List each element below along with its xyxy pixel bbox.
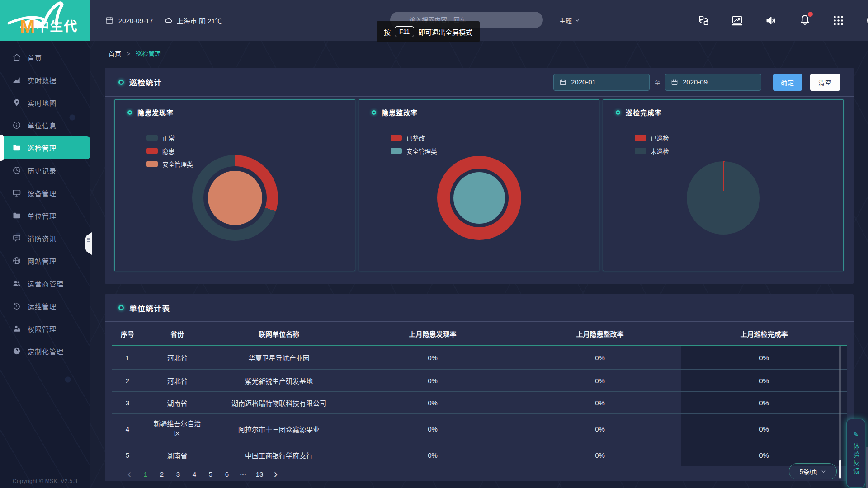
pagination-next[interactable]: › <box>269 468 282 480</box>
donut-chart <box>437 156 521 240</box>
apps-menu-button[interactable] <box>832 0 844 41</box>
unit-name-cell[interactable]: 中国工商银行学府支行 <box>211 450 347 460</box>
logo-letter: M <box>20 17 35 37</box>
column-header: 省份 <box>143 329 211 338</box>
sidebar-item-ops-mgmt[interactable]: 运维管理 <box>0 295 90 317</box>
sidebar-item-label: 运维管理 <box>28 301 57 311</box>
chart-marker <box>372 110 376 115</box>
table-row: 3湖南省湖南迈格瑞特物联科技有限公司0%0%0% <box>112 392 847 414</box>
date-to-input[interactable]: 2020-09 <box>665 74 761 91</box>
switch-screen-button[interactable] <box>698 0 710 41</box>
legend-item[interactable]: 已巡检 <box>635 133 669 142</box>
sidebar-item-label: 运营商管理 <box>28 279 64 288</box>
discovery-rate-cell: 0% <box>347 451 519 459</box>
pagination-ellipsis[interactable]: ••• <box>237 468 250 480</box>
rectify-rate-cell: 0% <box>519 354 681 361</box>
chart-marker <box>127 110 132 115</box>
calendar-icon <box>559 79 566 86</box>
pagination-page[interactable]: 2 <box>156 468 168 480</box>
chart-card-1: 隐患发现率正常隐患安全管理类 <box>114 99 355 271</box>
donut-chart <box>192 155 278 241</box>
tooltip-text: 按 <box>384 27 391 37</box>
sidebar-item-permission-mgmt[interactable]: 权限管理 <box>0 317 90 340</box>
legend-item[interactable]: 正常 <box>146 133 193 142</box>
sidebar-item-unit-info[interactable]: 单位信息 <box>0 114 90 136</box>
date-from-value: 2020-01 <box>571 78 596 86</box>
chart-legend: 已巡检未巡检 <box>635 133 669 155</box>
legend-swatch <box>146 135 158 141</box>
legend-item[interactable]: 安全管理类 <box>146 160 193 169</box>
legend-label: 已整改 <box>406 133 425 142</box>
theme-selector[interactable]: 主题 <box>559 0 580 41</box>
completion-rate-cell: 0% <box>681 414 847 444</box>
column-header: 上月隐患发现率 <box>347 329 519 338</box>
theme-label: 主题 <box>559 16 572 25</box>
pagination-page[interactable]: 13 <box>253 468 266 480</box>
breadcrumb-home[interactable]: 首页 <box>108 50 121 57</box>
pagination-page[interactable]: 3 <box>172 468 184 480</box>
range-separator: 至 <box>654 78 660 87</box>
unit-name-cell[interactable]: 紫光新锐生产研发基地 <box>211 376 347 385</box>
sidebar-item-unit-mgmt[interactable]: 单位管理 <box>0 204 90 227</box>
chevron-down-icon <box>821 469 826 474</box>
sidebar-item-fire-news[interactable]: 消防资讯 <box>0 227 90 249</box>
user-menu[interactable]: 李玉东 <box>866 0 868 41</box>
notifications-button[interactable] <box>799 0 811 41</box>
topbar-divider <box>858 14 858 27</box>
pagination-page[interactable]: 6 <box>221 468 233 480</box>
column-header: 序号 <box>112 329 143 338</box>
sound-button[interactable] <box>765 0 777 41</box>
clear-button[interactable]: 清空 <box>810 74 840 91</box>
sidebar-item-inspection-mgmt[interactable]: 巡检管理 <box>0 136 90 159</box>
unit-name-cell[interactable]: 华夏卫星导航产业园 <box>211 353 347 362</box>
chart-marker <box>616 110 620 115</box>
pagination-prev[interactable]: ‹ <box>123 468 136 480</box>
sidebar-item-label: 实时数据 <box>28 75 57 85</box>
column-header: 联网单位名称 <box>211 329 347 338</box>
pagination-page[interactable]: 4 <box>188 468 201 480</box>
chart-mountain-icon <box>12 75 21 84</box>
sidebar-item-label: 消防资讯 <box>28 234 57 243</box>
legend-item[interactable]: 未巡检 <box>635 146 669 155</box>
swap-icon <box>698 14 710 27</box>
pagination-page[interactable]: 5 <box>204 468 217 480</box>
f11-keycap: F11 <box>395 26 414 37</box>
unit-name-cell[interactable]: 阿拉尔市十三团众鑫源果业 <box>211 424 347 434</box>
chevron-down-icon <box>575 18 580 23</box>
legend-swatch <box>635 135 646 141</box>
sidebar-item-website-mgmt[interactable]: 网站管理 <box>0 249 90 272</box>
breadcrumb: 首页 > 巡检管理 <box>108 49 161 58</box>
pagination-page[interactable]: 1 <box>139 468 152 480</box>
scrollbar-thumb[interactable] <box>839 460 841 478</box>
chart-title: 隐患整改率 <box>382 108 418 117</box>
confirm-button[interactable]: 确定 <box>773 74 802 91</box>
weather-text: 上海市 阴 21℃ <box>177 16 222 25</box>
speaker-icon <box>765 14 777 27</box>
sidebar-item-customization-mgmt[interactable]: 定制化管理 <box>0 340 90 362</box>
page-size-selector[interactable]: 5条/页 <box>789 463 837 479</box>
cloud-weather-icon <box>164 16 173 25</box>
table-row: 5湖南省中国工商银行学府支行0%0%0% <box>112 444 847 466</box>
sidebar-item-operator-mgmt[interactable]: 运营商管理 <box>0 272 90 295</box>
sidebar-item-device-mgmt[interactable]: 设备管理 <box>0 182 90 204</box>
sidebar-item-realtime-data[interactable]: 实时数据 <box>0 69 90 91</box>
legend-item[interactable]: 已整改 <box>391 133 437 142</box>
dashboard-button[interactable] <box>731 0 743 41</box>
sidebar: M中生代 首页实时数据实时地图单位信息巡检管理历史记录设备管理单位管理消防资讯网… <box>0 0 90 488</box>
completion-rate-cell: 0% <box>681 444 847 466</box>
sidebar-item-home[interactable]: 首页 <box>0 46 90 69</box>
window-scrollbar-thumb[interactable] <box>866 447 868 488</box>
unit-name-cell[interactable]: 湖南迈格瑞特物联科技有限公司 <box>211 398 347 408</box>
legend-item[interactable]: 安全管理类 <box>391 146 437 155</box>
sidebar-menu: 首页实时数据实时地图单位信息巡检管理历史记录设备管理单位管理消防资讯网站管理运营… <box>0 46 90 362</box>
chart-card-2: 隐患整改率已整改安全管理类 <box>359 99 599 271</box>
chart-legend: 正常隐患安全管理类 <box>146 133 193 169</box>
rectify-rate-cell: 0% <box>519 425 681 433</box>
sidebar-item-history[interactable]: 历史记录 <box>0 159 90 182</box>
rectify-rate-cell: 0% <box>519 377 681 385</box>
feedback-button[interactable]: ✎ 体验反馈 <box>846 419 865 488</box>
date-from-input[interactable]: 2020-01 <box>553 74 650 91</box>
legend-item[interactable]: 隐患 <box>146 146 193 155</box>
legend-swatch <box>391 135 402 141</box>
sidebar-item-realtime-map[interactable]: 实时地图 <box>0 91 90 114</box>
